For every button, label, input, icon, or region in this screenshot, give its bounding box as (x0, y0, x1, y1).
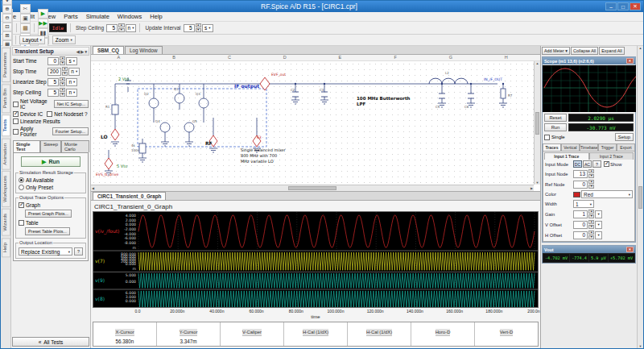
field-input[interactable]: 200 (47, 68, 61, 76)
linearize-results-checkbox[interactable] (13, 118, 19, 124)
unit-select[interactable]: n▾ (68, 68, 80, 76)
input-mode-dc-button[interactable]: DC (573, 160, 582, 168)
h-offset-input[interactable]: 0 (573, 231, 588, 239)
preset-graph-plots-button[interactable]: Preset Graph Plots... (25, 210, 72, 218)
trace-width-select[interactable]: 1 ▾ (573, 200, 594, 208)
net-voltage-ic-checkbox[interactable] (13, 102, 19, 107)
run-button[interactable]: ▶ Run (21, 156, 80, 167)
close-icon[interactable]: ✕ (626, 58, 634, 64)
step-ceiling-input[interactable]: 5 (106, 24, 118, 32)
menu-item[interactable]: Parts (60, 12, 82, 21)
input-trace-tab[interactable]: Input 2 Trace (589, 152, 634, 160)
ref-node-stepper[interactable]: ▲▼ (588, 180, 594, 189)
panel-nav-icons[interactable]: ◀ ▶ ▾ (76, 49, 87, 54)
graph-tab[interactable]: CIRC1_Transient_0_Graph (93, 192, 166, 200)
device-ic-checkbox[interactable] (13, 111, 19, 117)
schematic-canvas[interactable]: 2 VtoIF outputEVF_outC2C3L2C5C6100 MHz B… (91, 61, 534, 185)
v-offset-stepper[interactable]: ▲▼ (588, 220, 594, 229)
add-meter-button[interactable]: Add Meter ▾ (542, 47, 570, 55)
collapse-all-button[interactable]: Collapse All (571, 47, 598, 55)
close-button[interactable]: ✕ (630, 2, 641, 10)
scope-run-button[interactable]: Run (544, 123, 567, 131)
scope-reset-button[interactable]: Reset (544, 114, 567, 122)
storage-radio[interactable] (19, 185, 24, 190)
field-stepper[interactable]: ▲▼ (60, 56, 65, 65)
run-all-icon[interactable]: ▶▶ (38, 19, 48, 28)
zoom-fit-icon[interactable]: ⊡ (2, 23, 12, 31)
side-tab[interactable]: Help (2, 238, 10, 257)
side-tab[interactable]: Parameters (2, 48, 10, 82)
cut-icon[interactable]: ✂ (20, 4, 31, 14)
scope-tab[interactable]: Vertical (561, 143, 580, 151)
graph-output-checkbox[interactable] (19, 202, 24, 208)
output-location-help-button[interactable]: ? (74, 247, 83, 256)
scope-tab[interactable]: Trigger (598, 143, 617, 151)
side-tab[interactable]: Workspaces (2, 171, 10, 207)
step-ceiling-stepper[interactable]: ▲▼ (118, 23, 124, 32)
document-tab[interactable]: Log Window (125, 46, 163, 54)
copy-icon[interactable]: ▣ (20, 14, 31, 23)
storage-radio[interactable] (19, 177, 24, 183)
input-node-stepper[interactable]: ▲▼ (588, 169, 594, 178)
schematic-horizontal-scrollbar[interactable]: ◀▶ (91, 185, 534, 191)
field-input[interactable]: 0 (47, 57, 59, 65)
input-mode-ac-button[interactable]: AC (583, 160, 592, 168)
fourier-setup-button[interactable]: Fourier Setup... (52, 127, 89, 135)
minimize-button[interactable]: – (605, 2, 617, 10)
side-tab[interactable]: Parts Bin (2, 84, 10, 113)
test-mode-tab[interactable]: Monte Carlo (61, 140, 89, 152)
panel-scrollbar[interactable]: ▲▼ (637, 46, 643, 348)
gain-stepper[interactable]: ▲▼ (588, 210, 594, 218)
field-stepper[interactable]: ▲▼ (62, 67, 68, 76)
scope-tab[interactable]: Export (617, 143, 635, 151)
net-ic-setup-button[interactable]: Net IC Setup... (54, 100, 89, 108)
side-tab[interactable]: Tests (2, 114, 10, 136)
table-output-checkbox[interactable] (19, 220, 24, 226)
close-icon[interactable]: ✕ (626, 247, 634, 252)
paste-icon[interactable]: ▩ (20, 23, 31, 33)
zoom-window-icon[interactable]: ⊞ (2, 31, 12, 40)
menu-item[interactable]: Help (146, 12, 166, 21)
test-mode-tab[interactable]: Single Test (13, 140, 40, 152)
plot-area[interactable]: v(iv_/fout)4.0002.0000.000-2.000-4.000-6… (93, 211, 539, 308)
input-node-input[interactable]: 13 (573, 170, 588, 178)
menu-item[interactable]: Windows (114, 12, 146, 21)
menu-item[interactable]: Simulate (82, 12, 114, 21)
net-nodeset-checkbox[interactable] (47, 111, 52, 117)
unit-select[interactable]: n▾ (66, 78, 77, 86)
input-mode-help-button[interactable]: ? (592, 160, 601, 168)
field-stepper[interactable]: ▲▼ (60, 88, 65, 97)
show-trace-checkbox[interactable] (604, 161, 609, 167)
maximize-button[interactable]: □ (617, 2, 629, 10)
scope-tab[interactable]: Timebase (580, 143, 598, 151)
zoom-dropdown[interactable]: Zoom▾ (52, 35, 76, 44)
schematic-editor[interactable]: ABCDEFGH (91, 55, 540, 192)
h-offset-unit-select[interactable]: ▾ (595, 231, 601, 239)
ref-node-input[interactable]: 0 (573, 181, 588, 189)
input-trace-tab[interactable]: Input 1 Trace (544, 152, 589, 160)
scope-single-checkbox[interactable] (544, 135, 550, 140)
update-interval-unit-select[interactable]: s▾ (202, 24, 213, 32)
gain-unit-select[interactable]: ▾ (595, 210, 601, 218)
apply-fourier-checkbox[interactable] (13, 129, 19, 135)
scope-tab[interactable]: Traces (543, 143, 561, 151)
all-tests-button[interactable]: « All Tests (12, 337, 89, 347)
test-mode-tab[interactable]: Sweep (40, 140, 61, 152)
trace-color-select[interactable]: Red ▾ (581, 190, 633, 198)
step-ceiling-unit-select[interactable]: n▾ (126, 24, 137, 32)
update-interval-stepper[interactable]: ▲▼ (196, 23, 201, 32)
voltmeter-titlebar[interactable]: Vout ✕ (543, 246, 635, 253)
field-input[interactable]: 5 (47, 89, 59, 97)
v-offset-input[interactable]: 0 (573, 221, 588, 229)
gain-input[interactable]: 1 (573, 210, 588, 218)
unit-select[interactable]: n▾ (66, 89, 77, 97)
output-location-select[interactable]: Replace Existing ▾ (19, 247, 72, 256)
scope-titlebar[interactable]: Scope (m1 13,6) (n2:6,6) ✕ (543, 57, 635, 64)
unit-select[interactable]: s▾ (66, 57, 77, 65)
document-tab[interactable]: SBM_CQ (93, 46, 124, 54)
run-test-icon[interactable]: ▶ (38, 9, 48, 19)
zoom-out-icon[interactable]: ⊖ (2, 14, 12, 23)
update-interval-input[interactable]: 5 (184, 24, 195, 32)
h-offset-stepper[interactable]: ▲▼ (588, 231, 594, 239)
side-tab[interactable]: Wizards (2, 209, 10, 236)
